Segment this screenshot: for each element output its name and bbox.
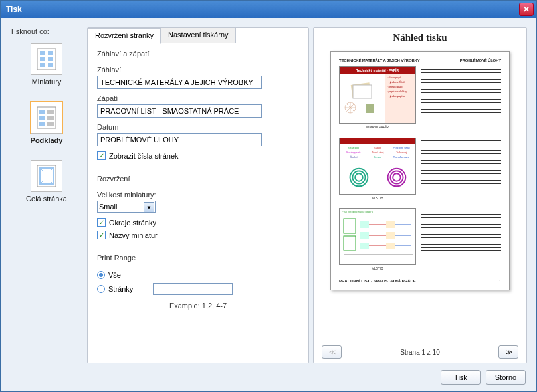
fieldset-header-footer: Záhlaví a zápatí Záhlaví Zápatí Datum xyxy=(97,50,299,171)
item-fullpage-label: Celá stránka xyxy=(26,195,67,203)
tab-printer-settings[interactable]: Nastavení tiskárny xyxy=(161,27,235,43)
svg-rect-14 xyxy=(39,122,45,126)
page-header-left: TECHNICKÉ MATERÁLY A JEJICH VÝROBKY xyxy=(339,58,419,62)
tab-page-layout[interactable]: Rozvržení stránky xyxy=(88,28,161,44)
legend-layout: Rozvržení xyxy=(97,175,133,183)
thumb-names-checkbox[interactable]: ✓ xyxy=(97,231,106,239)
svg-rect-24 xyxy=(353,85,372,98)
page-borders-label: Okraje stránky xyxy=(109,219,156,227)
preview-page: TECHNICKÉ MATERÁLY A JEJICH VÝROBKY PROB… xyxy=(330,51,510,290)
slide1-caption: Materiál PAPÍR xyxy=(339,125,416,129)
print-what-panel: Tisknout co: Miniatury Podklady xyxy=(10,27,83,363)
header-label: Záhlaví xyxy=(97,66,299,74)
item-fullpage[interactable]: Celá stránka xyxy=(20,157,73,205)
legend-print-range: Print Range xyxy=(97,254,138,262)
tabs: Rozvržení stránky Nastavení tiskárny xyxy=(88,27,308,43)
fieldset-print-range: Print Range Vše Stránky Example: 1,2, 4-… xyxy=(97,254,299,316)
svg-rect-4 xyxy=(48,57,53,61)
page-status: Strana 1 z 10 xyxy=(400,349,439,356)
svg-rect-8 xyxy=(39,110,45,114)
range-pages-radio[interactable] xyxy=(97,285,105,293)
thumb-size-select[interactable] xyxy=(97,201,156,213)
svg-rect-6 xyxy=(48,63,53,67)
item-miniatures[interactable]: Miniatury xyxy=(20,41,73,88)
range-all-label: Vše xyxy=(108,271,121,279)
thumb-size-label: Velikost miniatury: xyxy=(97,191,299,199)
titlebar: Tisk ✕ xyxy=(1,1,536,18)
svg-rect-30 xyxy=(360,232,369,239)
slide-thumb-3: Plán výroby celulóz papíru xyxy=(339,208,416,265)
svg-rect-35 xyxy=(386,221,395,228)
thumb-names-label: Názvy miniatur xyxy=(109,231,158,239)
print-what-label: Tisknout co: xyxy=(10,27,83,35)
svg-rect-29 xyxy=(360,221,369,228)
svg-rect-37 xyxy=(386,243,395,249)
show-page-numbers-checkbox[interactable]: ✓ xyxy=(97,151,106,160)
header-input[interactable] xyxy=(97,76,262,89)
show-page-numbers-label: Zobrazit čísla stránek xyxy=(109,152,179,160)
footer-label: Zápatí xyxy=(97,94,299,102)
page-borders-checkbox[interactable]: ✓ xyxy=(97,218,106,227)
handouts-icon xyxy=(31,102,62,134)
svg-rect-36 xyxy=(386,232,395,239)
item-handouts-label: Podklady xyxy=(31,136,63,144)
fullpage-icon xyxy=(31,160,62,192)
svg-rect-27 xyxy=(344,219,356,233)
preview-title: Náhled tisku xyxy=(314,28,526,47)
svg-rect-2 xyxy=(48,51,53,55)
miniatures-icon xyxy=(31,43,62,75)
svg-rect-1 xyxy=(40,51,45,55)
slide3-head: Plán výroby celulóz papíru xyxy=(340,209,415,215)
page-footer-left: PRACOVNÍ LIST - SMAOSTATNÁ PRÁCE xyxy=(339,279,416,283)
window-title: Tisk xyxy=(6,5,519,14)
svg-rect-11 xyxy=(39,116,45,120)
slide2-caption: VLSTIB xyxy=(339,196,416,200)
svg-rect-3 xyxy=(40,57,45,61)
item-handouts[interactable]: Podklady xyxy=(20,99,73,147)
item-miniatures-label: Miniatury xyxy=(32,78,62,86)
slide1-title: Technický materiál - PAPÍR xyxy=(340,67,415,74)
fieldset-layout: Rozvržení Velikost miniatury: ▼ ✓ Okraje… xyxy=(97,175,299,250)
chevron-right-icon: >> xyxy=(506,349,511,356)
legend-header-footer: Záhlaví a zápatí xyxy=(97,50,152,58)
page-footer-right: 1 xyxy=(499,279,501,283)
svg-rect-26 xyxy=(366,104,374,113)
svg-rect-31 xyxy=(360,243,369,249)
slide3-caption: VLSTIB xyxy=(339,266,416,270)
slide-thumb-1: Technický materiál - PAPÍR • slovo papír… xyxy=(339,66,416,124)
print-dialog: Tisk ✕ Tisknout co: Miniatury xyxy=(0,0,537,392)
range-all-radio[interactable] xyxy=(97,271,105,279)
range-pages-input[interactable] xyxy=(153,283,233,295)
chevron-left-icon: << xyxy=(329,349,334,356)
print-button[interactable]: Tisk xyxy=(441,370,481,385)
page-header-right: PROBLÉMOVÉ ÚLOHY xyxy=(460,58,501,62)
date-label: Datum xyxy=(97,123,299,131)
preview-panel: Náhled tisku TECHNICKÉ MATERÁLY A JEJICH… xyxy=(313,27,527,363)
next-page-button[interactable]: >> xyxy=(498,345,518,359)
range-example: Example: 1,2, 4-7 xyxy=(97,302,299,310)
footer-input[interactable] xyxy=(97,104,262,118)
slide-thumb-2: GrafcolinZápolyPracovní sešitNovinypapír… xyxy=(339,138,416,195)
close-icon: ✕ xyxy=(523,5,530,14)
settings-panel: Rozvržení stránky Nastavení tiskárny Záh… xyxy=(87,27,309,363)
svg-rect-5 xyxy=(40,63,45,67)
cancel-button[interactable]: Storno xyxy=(486,370,526,385)
svg-rect-28 xyxy=(344,236,356,250)
prev-page-button[interactable]: << xyxy=(322,345,342,359)
date-input[interactable] xyxy=(97,133,262,146)
range-pages-label: Stránky xyxy=(108,285,133,293)
close-button[interactable]: ✕ xyxy=(519,3,534,16)
